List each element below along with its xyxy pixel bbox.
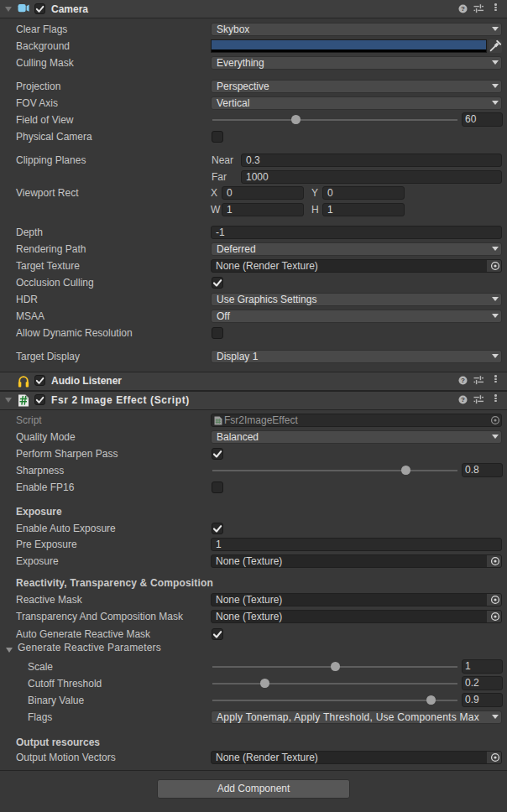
svg-text:?: ? — [461, 5, 465, 13]
svg-text:?: ? — [461, 396, 465, 403]
svg-text:?: ? — [461, 377, 465, 384]
